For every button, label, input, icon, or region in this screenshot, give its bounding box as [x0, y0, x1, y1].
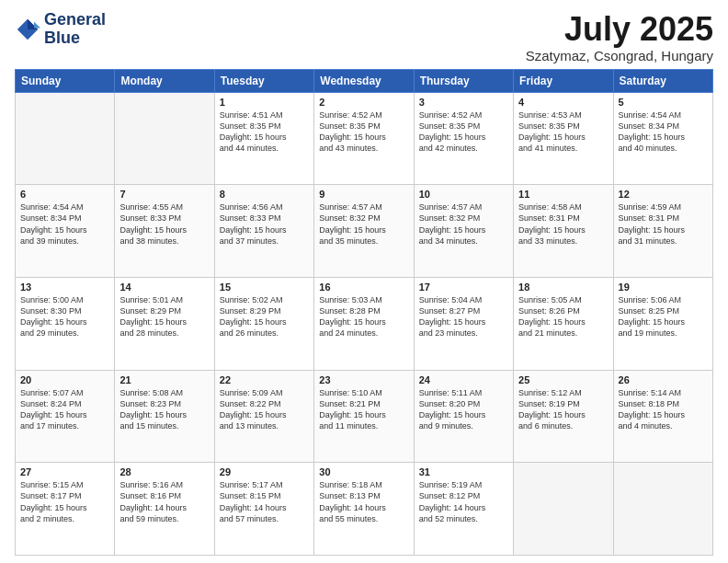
cell-info: Sunrise: 5:10 AM Sunset: 8:21 PM Dayligh…: [319, 387, 408, 432]
weekday-header-thursday: Thursday: [414, 69, 513, 92]
day-number: 4: [518, 97, 608, 108]
day-number: 9: [319, 189, 408, 200]
day-number: 8: [220, 189, 309, 200]
logo: General Blue: [15, 11, 106, 48]
day-number: 12: [619, 189, 708, 200]
calendar-table: SundayMondayTuesdayWednesdayThursdayFrid…: [15, 69, 713, 556]
cell-info: Sunrise: 5:00 AM Sunset: 8:30 PM Dayligh…: [20, 294, 109, 339]
weekday-header-friday: Friday: [514, 69, 613, 92]
calendar-cell: [613, 463, 712, 556]
day-number: 19: [619, 282, 708, 293]
day-number: 29: [220, 466, 309, 477]
calendar-cell: 17Sunrise: 5:04 AM Sunset: 8:27 PM Dayli…: [414, 277, 513, 370]
cell-info: Sunrise: 4:56 AM Sunset: 8:33 PM Dayligh…: [220, 201, 309, 247]
calendar-cell: 11Sunrise: 4:58 AM Sunset: 8:31 PM Dayli…: [514, 185, 613, 278]
cell-info: Sunrise: 4:59 AM Sunset: 8:31 PM Dayligh…: [619, 201, 708, 247]
cell-info: Sunrise: 5:03 AM Sunset: 8:28 PM Dayligh…: [319, 294, 408, 339]
weekday-header-row: SundayMondayTuesdayWednesdayThursdayFrid…: [16, 69, 713, 92]
cell-info: Sunrise: 5:05 AM Sunset: 8:26 PM Dayligh…: [518, 294, 608, 339]
cell-info: Sunrise: 5:07 AM Sunset: 8:24 PM Dayligh…: [20, 387, 109, 432]
calendar-cell: [514, 463, 613, 556]
cell-info: Sunrise: 5:11 AM Sunset: 8:20 PM Dayligh…: [419, 387, 508, 432]
calendar-cell: 14Sunrise: 5:01 AM Sunset: 8:29 PM Dayli…: [115, 277, 214, 370]
cell-info: Sunrise: 4:52 AM Sunset: 8:35 PM Dayligh…: [319, 109, 408, 155]
calendar-cell: 24Sunrise: 5:11 AM Sunset: 8:20 PM Dayli…: [414, 370, 513, 463]
cell-info: Sunrise: 5:17 AM Sunset: 8:15 PM Dayligh…: [220, 479, 309, 524]
calendar-cell: [115, 92, 214, 185]
day-number: 17: [419, 282, 508, 293]
cell-info: Sunrise: 4:51 AM Sunset: 8:35 PM Dayligh…: [220, 109, 309, 155]
calendar-cell: 15Sunrise: 5:02 AM Sunset: 8:29 PM Dayli…: [214, 277, 313, 370]
day-number: 13: [20, 282, 109, 293]
calendar-cell: 26Sunrise: 5:14 AM Sunset: 8:18 PM Dayli…: [613, 370, 712, 463]
day-number: 3: [419, 97, 508, 108]
calendar-cell: 20Sunrise: 5:07 AM Sunset: 8:24 PM Dayli…: [16, 370, 115, 463]
cell-info: Sunrise: 5:14 AM Sunset: 8:18 PM Dayligh…: [619, 387, 708, 432]
header: General Blue July 2025 Szatymaz, Csongra…: [15, 11, 713, 63]
weekday-header-sunday: Sunday: [16, 69, 115, 92]
calendar-cell: 12Sunrise: 4:59 AM Sunset: 8:31 PM Dayli…: [613, 185, 712, 278]
weekday-header-tuesday: Tuesday: [214, 69, 313, 92]
cell-info: Sunrise: 4:53 AM Sunset: 8:35 PM Dayligh…: [518, 109, 608, 155]
title-block: July 2025 Szatymaz, Csongrad, Hungary: [526, 11, 713, 63]
calendar-cell: 28Sunrise: 5:16 AM Sunset: 8:16 PM Dayli…: [115, 463, 214, 556]
day-number: 2: [319, 97, 408, 108]
day-number: 16: [319, 282, 408, 293]
cell-info: Sunrise: 5:01 AM Sunset: 8:29 PM Dayligh…: [119, 294, 209, 339]
cell-info: Sunrise: 4:58 AM Sunset: 8:31 PM Dayligh…: [518, 201, 608, 247]
weekday-header-saturday: Saturday: [613, 69, 712, 92]
day-number: 23: [319, 374, 408, 385]
day-number: 27: [20, 466, 109, 477]
cell-info: Sunrise: 4:57 AM Sunset: 8:32 PM Dayligh…: [319, 201, 408, 247]
cell-info: Sunrise: 5:09 AM Sunset: 8:22 PM Dayligh…: [220, 387, 309, 432]
calendar-cell: 3Sunrise: 4:52 AM Sunset: 8:35 PM Daylig…: [414, 92, 513, 185]
day-number: 24: [419, 374, 508, 385]
cell-info: Sunrise: 5:15 AM Sunset: 8:17 PM Dayligh…: [20, 479, 109, 524]
logo-text: General Blue: [44, 11, 106, 48]
calendar-week-3: 13Sunrise: 5:00 AM Sunset: 8:30 PM Dayli…: [16, 277, 713, 370]
weekday-header-monday: Monday: [115, 69, 214, 92]
day-number: 15: [220, 282, 309, 293]
calendar-cell: 7Sunrise: 4:55 AM Sunset: 8:33 PM Daylig…: [115, 185, 214, 278]
calendar-cell: 29Sunrise: 5:17 AM Sunset: 8:15 PM Dayli…: [214, 463, 313, 556]
calendar-cell: 8Sunrise: 4:56 AM Sunset: 8:33 PM Daylig…: [214, 185, 313, 278]
cell-info: Sunrise: 4:54 AM Sunset: 8:34 PM Dayligh…: [619, 109, 708, 155]
cell-info: Sunrise: 5:08 AM Sunset: 8:23 PM Dayligh…: [119, 387, 209, 432]
cell-info: Sunrise: 5:06 AM Sunset: 8:25 PM Dayligh…: [619, 294, 708, 339]
day-number: 6: [20, 189, 109, 200]
day-number: 7: [119, 189, 209, 200]
calendar-cell: 23Sunrise: 5:10 AM Sunset: 8:21 PM Dayli…: [314, 370, 414, 463]
day-number: 28: [119, 466, 209, 477]
logo-line1: General: [44, 11, 106, 29]
calendar-week-2: 6Sunrise: 4:54 AM Sunset: 8:34 PM Daylig…: [16, 185, 713, 278]
cell-info: Sunrise: 4:52 AM Sunset: 8:35 PM Dayligh…: [419, 109, 508, 155]
month-title: July 2025: [526, 11, 713, 48]
day-number: 30: [319, 466, 408, 477]
day-number: 22: [220, 374, 309, 385]
logo-icon: [15, 17, 40, 42]
weekday-header-wednesday: Wednesday: [314, 69, 414, 92]
calendar-cell: 18Sunrise: 5:05 AM Sunset: 8:26 PM Dayli…: [514, 277, 613, 370]
logo-line2: Blue: [44, 29, 106, 48]
day-number: 21: [119, 374, 209, 385]
calendar-cell: 22Sunrise: 5:09 AM Sunset: 8:22 PM Dayli…: [214, 370, 313, 463]
cell-info: Sunrise: 5:18 AM Sunset: 8:13 PM Dayligh…: [319, 479, 408, 524]
cell-info: Sunrise: 4:57 AM Sunset: 8:32 PM Dayligh…: [419, 201, 508, 247]
day-number: 25: [518, 374, 608, 385]
calendar-cell: 13Sunrise: 5:00 AM Sunset: 8:30 PM Dayli…: [16, 277, 115, 370]
cell-info: Sunrise: 5:19 AM Sunset: 8:12 PM Dayligh…: [419, 479, 508, 524]
cell-info: Sunrise: 5:12 AM Sunset: 8:19 PM Dayligh…: [518, 387, 608, 432]
calendar-cell: 30Sunrise: 5:18 AM Sunset: 8:13 PM Dayli…: [314, 463, 414, 556]
calendar-cell: 27Sunrise: 5:15 AM Sunset: 8:17 PM Dayli…: [16, 463, 115, 556]
calendar-week-1: 1Sunrise: 4:51 AM Sunset: 8:35 PM Daylig…: [16, 92, 713, 185]
day-number: 11: [518, 189, 608, 200]
day-number: 1: [220, 97, 309, 108]
calendar-cell: 16Sunrise: 5:03 AM Sunset: 8:28 PM Dayli…: [314, 277, 414, 370]
cell-info: Sunrise: 5:04 AM Sunset: 8:27 PM Dayligh…: [419, 294, 508, 339]
cell-info: Sunrise: 4:55 AM Sunset: 8:33 PM Dayligh…: [119, 201, 209, 247]
day-number: 20: [20, 374, 109, 385]
calendar-cell: 5Sunrise: 4:54 AM Sunset: 8:34 PM Daylig…: [613, 92, 712, 185]
calendar-cell: 1Sunrise: 4:51 AM Sunset: 8:35 PM Daylig…: [214, 92, 313, 185]
calendar-week-5: 27Sunrise: 5:15 AM Sunset: 8:17 PM Dayli…: [16, 463, 713, 556]
day-number: 26: [619, 374, 708, 385]
